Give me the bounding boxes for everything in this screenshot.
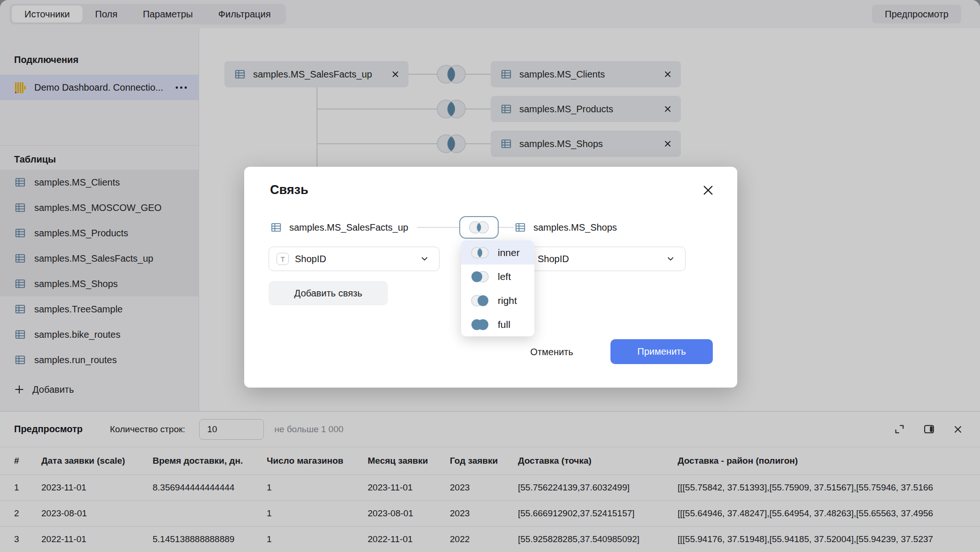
right-field-select[interactable]: ShopID xyxy=(525,247,686,271)
join-option-inner[interactable]: inner xyxy=(461,241,534,264)
join-type-popup: innerleftrightfull xyxy=(461,241,534,336)
join-option-label: right xyxy=(498,295,517,306)
left-field-value: ShopID xyxy=(295,254,326,264)
dialog-title: Связь xyxy=(270,183,309,197)
cancel-button[interactable]: Отменить xyxy=(520,342,583,362)
join-option-full[interactable]: full xyxy=(461,312,534,336)
add-relation-button[interactable]: Добавить связь xyxy=(269,281,388,305)
dialog-close-icon[interactable] xyxy=(700,182,717,199)
join-option-label: left xyxy=(498,271,511,282)
join-type-button[interactable] xyxy=(459,216,499,239)
join-option-right[interactable]: right xyxy=(461,288,534,312)
apply-button[interactable]: Применить xyxy=(610,339,713,364)
inner-join-icon xyxy=(468,220,490,234)
relation-line xyxy=(417,227,459,228)
right-join-icon xyxy=(471,294,489,307)
full-join-icon xyxy=(471,318,489,331)
chevron-down-icon xyxy=(666,255,675,263)
join-option-label: inner xyxy=(498,247,520,258)
left-field-select[interactable]: T ShopID xyxy=(269,247,440,271)
join-option-label: full xyxy=(498,319,510,330)
inner-join-icon xyxy=(471,246,489,259)
left-table-label: samples.MS_SalesFacts_up xyxy=(289,222,408,233)
relation-dialog: Связь samples.MS_SalesFacts_up samples.M… xyxy=(244,167,737,388)
right-field-value: ShopID xyxy=(538,254,569,264)
field-type-icon: T xyxy=(277,253,289,265)
chevron-down-icon xyxy=(420,255,429,263)
left-join-icon xyxy=(471,270,489,283)
table-icon xyxy=(270,221,282,233)
right-table-label: samples.MS_Shops xyxy=(533,222,617,233)
relation-row: samples.MS_SalesFacts_up samples.MS_Shop… xyxy=(244,216,737,239)
relation-line xyxy=(499,227,514,228)
table-icon xyxy=(514,221,526,233)
join-option-left[interactable]: left xyxy=(461,264,534,288)
